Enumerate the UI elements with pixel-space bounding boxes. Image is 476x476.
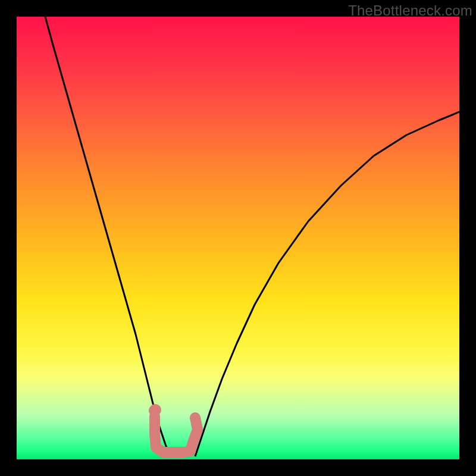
curve-layer (17, 17, 459, 459)
plot-area (17, 17, 459, 459)
series-left-branch (45, 17, 170, 456)
series-squiggle-dot (155, 410, 155, 411)
series-right-branch (195, 112, 459, 456)
chart-frame: TheBottleneck.com (0, 0, 476, 476)
